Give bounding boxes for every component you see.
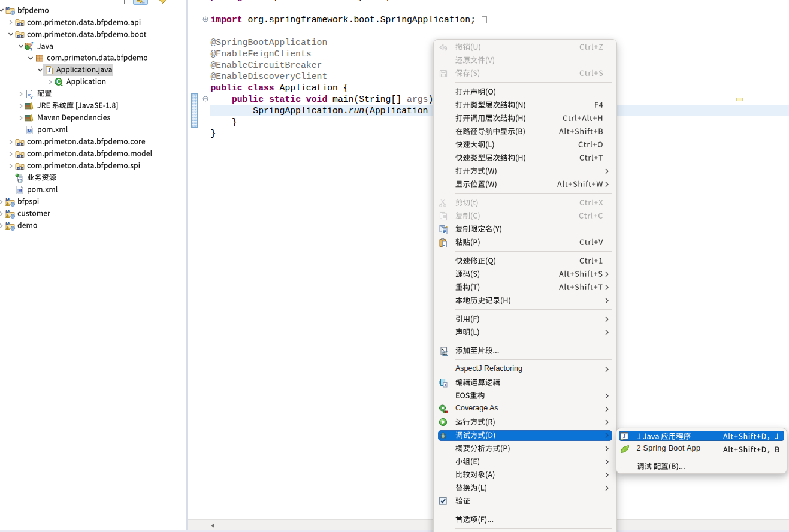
svg-text:M: M [28, 128, 31, 134]
svg-text:M: M [5, 5, 10, 11]
svg-text:C: C [56, 78, 61, 85]
svg-text:J: J [622, 433, 625, 439]
svg-text:M: M [18, 188, 22, 194]
svg-text:?: ? [30, 47, 33, 52]
svg-text:J: J [47, 66, 50, 73]
svg-text:?: ? [19, 178, 22, 182]
svg-text:M: M [5, 209, 10, 214]
svg-text:?: ? [30, 94, 33, 98]
svg-text:M: M [5, 197, 10, 202]
svg-text:M: M [5, 221, 10, 226]
